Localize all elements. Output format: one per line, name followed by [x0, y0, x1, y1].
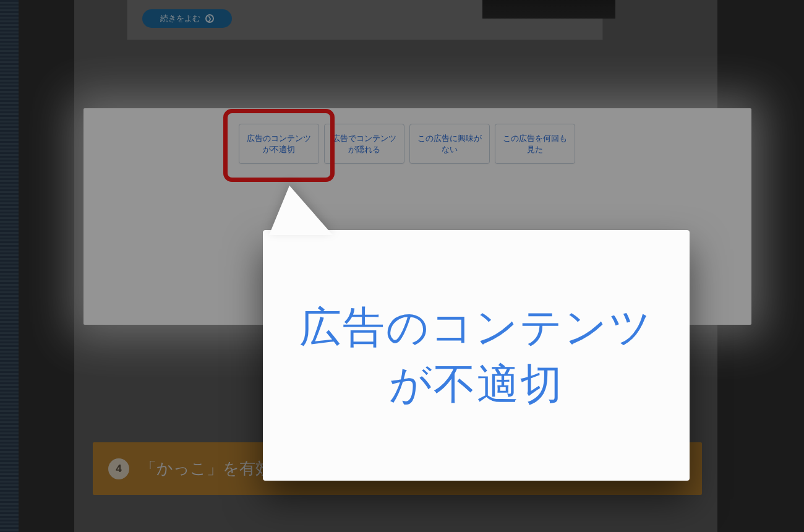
ad-option-not-interested[interactable]: この広告に興味がない: [409, 124, 490, 164]
ad-option-seen-many-times[interactable]: この広告を何回も見た: [495, 124, 575, 164]
article-side-image: [482, 0, 615, 19]
zoom-callout: 広告のコンテンツが不適切: [263, 230, 690, 481]
ad-option-inappropriate[interactable]: 広告のコンテンツが不適切: [239, 124, 319, 164]
ad-option-covers-content[interactable]: 広告でコンテンツが隠れる: [324, 124, 404, 164]
read-more-button[interactable]: 続きをよむ ❯: [142, 9, 232, 28]
read-more-label: 続きをよむ: [160, 13, 200, 24]
chevron-right-icon: ❯: [205, 14, 214, 23]
ad-feedback-options: 広告のコンテンツが不適切 広告でコンテンツが隠れる この広告に興味がない この広…: [239, 124, 575, 164]
section-number-badge: 4: [108, 458, 129, 479]
page-edge-stripe: [0, 0, 19, 532]
page-background: 続きをよむ ❯ 広告のコンテンツが不適切 広告でコンテンツが隠れる この広告に興…: [0, 0, 804, 532]
zoom-callout-text: 広告のコンテンツが不適切: [263, 230, 690, 481]
